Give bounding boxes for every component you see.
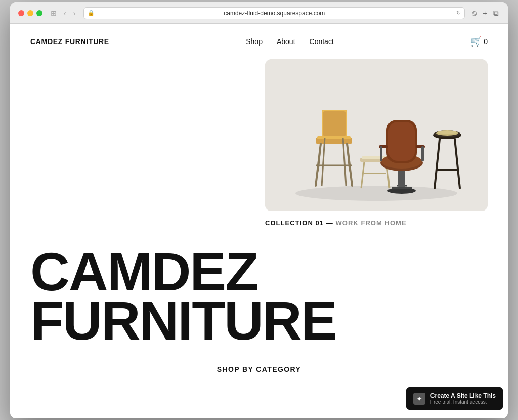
big-brand-text: CAMDEZ FURNITURE xyxy=(10,237,508,350)
badge-title: Create A Site Like This xyxy=(430,392,496,399)
window-icon[interactable]: ⊞ xyxy=(49,8,59,18)
collection-label: COLLECTION 01 — WORK FROM HOME xyxy=(265,219,488,227)
site-header: CAMDEZ FURNITURE Shop About Contact 🛒 0 xyxy=(10,24,508,59)
address-bar[interactable]: camdez-fluid-demo.squarespace.com xyxy=(83,7,465,19)
badge-text: Create A Site Like This Free trial. Inst… xyxy=(430,392,496,405)
shop-category-title: SHOP BY CATEGORY xyxy=(30,365,488,373)
forward-button[interactable]: › xyxy=(71,8,78,18)
cart-count: 0 xyxy=(484,37,488,46)
minimize-button[interactable] xyxy=(27,10,33,16)
collection-block: COLLECTION 01 — WORK FROM HOME xyxy=(30,59,488,227)
collection-label-link[interactable]: WORK FROM HOME xyxy=(335,219,406,227)
nav-contact[interactable]: Contact xyxy=(310,37,334,46)
cart-area[interactable]: 🛒 0 xyxy=(470,36,488,47)
share-button[interactable]: ⎋ xyxy=(471,8,478,19)
close-button[interactable] xyxy=(18,10,24,16)
collection-image xyxy=(265,59,488,211)
browser-chrome: ⊞ ‹ › 🔒 camdez-fluid-demo.squarespace.co… xyxy=(10,2,508,24)
browser-window: ⊞ ‹ › 🔒 camdez-fluid-demo.squarespace.co… xyxy=(10,2,508,418)
svg-rect-28 xyxy=(380,146,382,161)
svg-rect-25 xyxy=(388,122,415,161)
badge-subtitle: Free trial. Instant access. xyxy=(430,399,496,405)
refresh-icon[interactable]: ↻ xyxy=(456,10,461,16)
shop-category-section: SHOP BY CATEGORY xyxy=(10,350,508,389)
site-nav: Shop About Contact xyxy=(246,37,334,46)
traffic-lights xyxy=(18,10,42,16)
squarespace-logo-icon: ✦ xyxy=(413,393,425,405)
back-button[interactable]: ‹ xyxy=(62,8,68,18)
new-tab-button[interactable]: + xyxy=(482,8,488,19)
svg-rect-29 xyxy=(421,146,424,161)
site-logo[interactable]: CAMDEZ FURNITURE xyxy=(30,37,109,46)
squarespace-badge[interactable]: ✦ Create A Site Like This Free trial. In… xyxy=(406,387,503,410)
lock-icon: 🔒 xyxy=(88,10,95,16)
browser-actions: ⎋ + ⧉ xyxy=(471,8,500,19)
duplicate-button[interactable]: ⧉ xyxy=(492,8,500,19)
main-content: COLLECTION 01 — WORK FROM HOME xyxy=(10,59,508,247)
nav-about[interactable]: About xyxy=(277,37,295,46)
page-content: CAMDEZ FURNITURE Shop About Contact 🛒 0 xyxy=(10,24,508,418)
svg-rect-5 xyxy=(323,111,346,136)
address-bar-wrapper: 🔒 camdez-fluid-demo.squarespace.com ↻ xyxy=(83,7,465,19)
nav-shop[interactable]: Shop xyxy=(246,37,263,46)
maximize-button[interactable] xyxy=(36,10,42,16)
collection-label-prefix: COLLECTION 01 — xyxy=(265,219,333,227)
browser-nav: ⊞ ‹ › xyxy=(49,8,77,18)
cart-icon: 🛒 xyxy=(470,36,482,47)
svg-point-1 xyxy=(295,186,457,201)
svg-point-36 xyxy=(437,130,457,134)
